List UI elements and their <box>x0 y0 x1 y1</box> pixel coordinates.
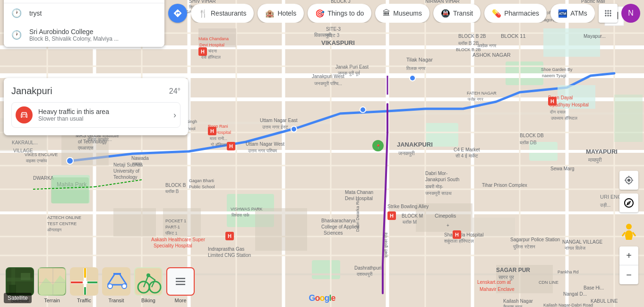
svg-line-236 <box>622 232 625 236</box>
restaurants-icon: 🍴 <box>198 9 208 18</box>
svg-text:Indraprastha Gas: Indraprastha Gas <box>208 246 244 252</box>
svg-text:BLOCK DB: BLOCK DB <box>520 133 544 138</box>
chip-pharmacies-label: Pharmacies <box>504 9 539 17</box>
svg-text:Sagarpur Police Station: Sagarpur Police Station <box>510 237 560 242</box>
svg-text:डाबरी द्वारका रोड: डाबरी द्वारका रोड <box>383 232 388 258</box>
layer-traffic[interactable]: Traffic <box>68 267 100 303</box>
svg-text:Uttam Nagar East: Uttam Nagar East <box>260 118 298 123</box>
zoom-in-button[interactable]: + <box>619 246 638 265</box>
svg-text:Limited CNG Station: Limited CNG Station <box>208 253 251 258</box>
svg-text:Pacific Mall: Pacific Mall <box>581 0 605 4</box>
satellite-view-label[interactable]: Satellite <box>4 293 32 303</box>
layer-more[interactable]: More <box>164 267 197 303</box>
svg-text:Nawada: Nawada <box>131 156 149 161</box>
svg-text:Bhaskaracharya: Bhaskaracharya <box>321 218 356 223</box>
chip-museums-label: Museums <box>393 9 422 17</box>
svg-text:📍: 📍 <box>376 144 381 149</box>
svg-text:College of Applied: College of Applied <box>321 224 360 229</box>
svg-point-235 <box>626 224 632 229</box>
svg-text:Dabri Dwarka Rd: Dabri Dwarka Rd <box>355 199 360 232</box>
traffic-alert[interactable]: Heavy traffic in this area Slower than u… <box>11 102 180 128</box>
suggestion-aurobindo[interactable]: 🕐 Sri Aurobindo College Block B, Shivali… <box>4 23 164 47</box>
svg-text:ब्लॉक DB: ब्लॉक DB <box>519 140 537 145</box>
svg-text:जनकपुरी पश्चि...: जनकपुरी पश्चि... <box>314 81 342 87</box>
svg-text:माता रानी...: माता रानी... <box>209 136 227 141</box>
svg-text:VISHWAS PARK: VISHWAS PARK <box>231 207 263 211</box>
svg-text:Uttam Nagar West: Uttam Nagar West <box>246 141 284 147</box>
svg-rect-43 <box>113 208 156 237</box>
svg-text:Nangal D...: Nangal D... <box>563 291 587 297</box>
svg-text:POCKET 1: POCKET 1 <box>165 219 186 223</box>
svg-line-237 <box>633 232 635 236</box>
svg-text:University of: University of <box>113 168 139 174</box>
svg-text:H: H <box>210 128 214 134</box>
chip-pharmacies[interactable]: 💊 Pharmacies <box>484 4 547 23</box>
pharmacies-icon: 💊 <box>492 9 501 18</box>
compass-button[interactable] <box>619 193 638 212</box>
apps-grid-icon[interactable] <box>599 4 618 23</box>
svg-text:CDN LINE: CDN LINE <box>539 280 558 285</box>
suggestion-secondary: Block B, Shivalik Colony, Malviya ... <box>29 35 119 42</box>
svg-text:Netaji Subhas: Netaji Subhas <box>113 162 143 167</box>
svg-text:विश्वास पार्क: विश्वास पार्क <box>231 212 249 218</box>
chip-atms[interactable]: 🏧 ATMs <box>550 4 595 23</box>
layer-terrain[interactable]: Terrain <box>36 267 68 303</box>
layer-biking[interactable]: Biking <box>132 267 164 303</box>
layer-transit[interactable]: Transit <box>100 267 132 303</box>
svg-text:मायापुरी: मायापुरी <box>588 157 602 163</box>
svg-text:JANAKPURI: JANAKPURI <box>397 141 433 148</box>
history-icon-2: 🕐 <box>11 30 22 40</box>
things-icon: 🎯 <box>315 9 325 18</box>
chip-museums[interactable]: 🏛 Museums <box>375 4 429 23</box>
info-card: Janakpuri 24° Heavy traffic in this area… <box>4 78 188 135</box>
directions-button[interactable] <box>168 4 187 23</box>
chip-hotels[interactable]: 🏨 Hotels <box>258 4 304 23</box>
svg-text:दशरथपुरी: दशरथपुरी <box>356 272 373 277</box>
svg-text:SAGAR PUR: SAGAR PUR <box>496 267 530 273</box>
chip-restaurants[interactable]: 🍴 Restaurants <box>191 4 254 23</box>
svg-text:Mayapur...: Mayapur... <box>584 34 606 39</box>
svg-text:Dashrathpuri: Dashrathpuri <box>354 265 381 271</box>
svg-point-207 <box>22 115 23 116</box>
svg-rect-202 <box>51 177 89 203</box>
svg-text:उड़ी...: उड़ी... <box>600 202 610 208</box>
my-location-button[interactable] <box>619 171 638 190</box>
svg-point-181 <box>291 126 297 132</box>
transit-chip-icon: 🚇 <box>441 9 450 18</box>
svg-text:Base Hi...: Base Hi... <box>584 285 604 290</box>
svg-text:Kailash Nagar: Kailash Nagar <box>503 298 533 304</box>
svg-text:Sciences: Sciences <box>324 230 343 236</box>
suggestion-tryst[interactable]: 🕐 tryst <box>4 3 164 23</box>
svg-text:Janakpuri South: Janakpuri South <box>425 177 459 182</box>
svg-text:Technology: Technology <box>113 175 137 180</box>
chip-things-to-do[interactable]: 🎯 Things to do <box>308 4 371 23</box>
svg-text:Public School: Public School <box>189 184 215 189</box>
svg-text:सी 4 ई मार्केट: सी 4 ई मार्केट <box>455 153 478 158</box>
svg-text:Shoe Garden By: Shoe Garden By <box>541 67 573 72</box>
chip-transit[interactable]: 🚇 Transit <box>433 4 481 23</box>
svg-text:इंडिया प्राइवेट...: इंडिया प्राइवेट... <box>87 137 112 142</box>
svg-text:Mata Chanan: Mata Chanan <box>345 190 373 195</box>
svg-text:DWARKA: DWARKA <box>33 175 54 181</box>
search-panel[interactable]: 🕐 tryst 🕐 Sri Aurobindo College Block B,… <box>4 0 164 47</box>
traffic-title: Heavy traffic in this area <box>38 108 168 115</box>
svg-point-230 <box>122 284 127 289</box>
svg-text:BLOCK J: BLOCK J <box>331 0 351 4</box>
chip-restaurants-label: Restaurants <box>211 9 246 17</box>
svg-text:पॉकेट 1: पॉकेट 1 <box>165 230 178 236</box>
pegman-button[interactable] <box>619 222 638 241</box>
info-header: Janakpuri 24° <box>11 86 180 96</box>
biking-label: Biking <box>141 298 155 303</box>
svg-text:Cinepolis: Cinepolis <box>435 213 456 219</box>
svg-text:H: H <box>455 232 459 237</box>
svg-text:H: H <box>201 49 205 54</box>
svg-text:ब्लॉक B 2B: ब्लॉक B 2B <box>458 41 479 46</box>
svg-text:तिलक नगर: तिलक नगर <box>406 66 426 71</box>
svg-text:ब्लॉक B: ब्लॉक B <box>165 189 179 194</box>
svg-text:Gagan Bharti: Gagan Bharti <box>189 178 214 183</box>
svg-text:साइट 3: साइट 3 <box>326 33 340 38</box>
zoom-out-button[interactable]: − <box>619 265 638 284</box>
svg-text:C4 E Market: C4 E Market <box>454 147 480 152</box>
profile-button[interactable]: N <box>621 4 640 23</box>
svg-text:ब्लॉक M: ब्लॉक M <box>402 219 417 225</box>
